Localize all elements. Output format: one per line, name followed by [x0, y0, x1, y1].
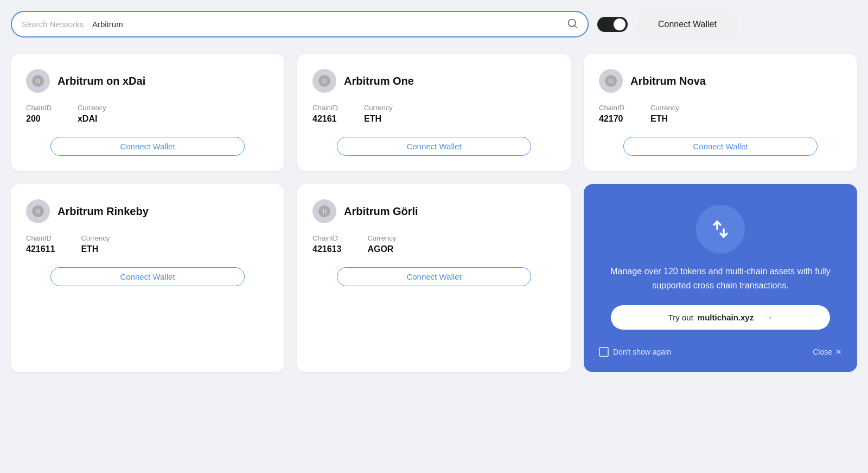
promo-cta-prefix: Try out [668, 313, 693, 322]
currency-label: Currency [78, 104, 106, 112]
currency-value: ETH [81, 244, 110, 254]
currency-label: Currency [650, 104, 679, 112]
chain-id-group: ChainID 200 [26, 104, 52, 124]
dark-mode-toggle[interactable] [597, 17, 628, 32]
chain-id-label: ChainID [312, 234, 341, 242]
currency-label: Currency [367, 234, 396, 242]
close-icon: ✕ [835, 348, 842, 356]
network-icon-arbitrum-rinkeby [26, 199, 50, 223]
dont-show-again[interactable]: Don't show again [599, 347, 671, 357]
currency-group: Currency ETH [81, 234, 110, 254]
network-icon-arbitrum-xdai [26, 69, 50, 93]
currency-value: xDAI [78, 114, 106, 124]
chain-id-label: ChainID [599, 104, 624, 112]
currency-group: Currency xDAI [78, 104, 106, 124]
currency-value: ETH [650, 114, 679, 124]
currency-group: Currency AGOR [367, 234, 396, 254]
network-card-arbitrum-gorli: Arbitrum Görli ChainID 421613 Currency A… [297, 184, 571, 372]
chain-id-value: 42161 [312, 114, 338, 124]
card-header: Arbitrum Nova [599, 69, 842, 93]
card-header: Arbitrum One [312, 69, 556, 93]
chain-id-value: 421613 [312, 244, 341, 254]
card-details: ChainID 42170 Currency ETH [599, 104, 842, 124]
currency-label: Currency [81, 234, 110, 242]
network-name-arbitrum-nova: Arbitrum Nova [630, 75, 706, 87]
promo-card: Manage over 120 tokens and multi-chain a… [584, 184, 857, 372]
chain-id-group: ChainID 42161 [312, 104, 338, 124]
promo-footer: Don't show again Close ✕ [599, 347, 842, 357]
connect-wallet-header-button[interactable]: Connect Wallet [636, 12, 738, 37]
chain-id-label: ChainID [26, 104, 52, 112]
chain-id-label: ChainID [26, 234, 55, 242]
network-card-arbitrum-nova: Arbitrum Nova ChainID 42170 Currency ETH… [584, 54, 857, 171]
theme-toggle[interactable] [597, 17, 628, 32]
connect-wallet-button-arbitrum-nova[interactable]: Connect Wallet [623, 137, 818, 156]
chain-id-group: ChainID 421613 [312, 234, 341, 254]
currency-value: AGOR [367, 244, 396, 254]
network-card-arbitrum-one: Arbitrum One ChainID 42161 Currency ETH … [297, 54, 571, 171]
network-name-arbitrum-one: Arbitrum One [344, 75, 414, 87]
card-details: ChainID 200 Currency xDAI [26, 104, 269, 124]
dont-show-label: Don't show again [613, 348, 671, 356]
search-input[interactable] [12, 12, 588, 36]
network-icon-arbitrum-gorli [312, 199, 336, 223]
search-wrapper: Search Networks [11, 11, 589, 37]
networks-grid: Arbitrum on xDai ChainID 200 Currency xD… [11, 54, 857, 372]
card-header: Arbitrum Görli [312, 199, 556, 223]
chain-id-label: ChainID [312, 104, 338, 112]
network-name-arbitrum-rinkeby: Arbitrum Rinkeby [58, 205, 149, 218]
promo-close-button[interactable]: Close ✕ [813, 348, 842, 356]
toggle-knob [614, 18, 626, 30]
network-name-arbitrum-gorli: Arbitrum Görli [344, 205, 418, 218]
header: Search Networks Connect Wallet [11, 11, 857, 37]
card-header: Arbitrum on xDai [26, 69, 269, 93]
chain-id-value: 42170 [599, 114, 624, 124]
search-container: Search Networks [11, 11, 589, 37]
chain-id-group: ChainID 421611 [26, 234, 55, 254]
card-header: Arbitrum Rinkeby [26, 199, 269, 223]
currency-group: Currency ETH [364, 104, 393, 124]
promo-description: Manage over 120 tokens and multi-chain a… [599, 264, 842, 292]
currency-value: ETH [364, 114, 393, 124]
connect-wallet-button-arbitrum-gorli[interactable]: Connect Wallet [337, 267, 531, 286]
chain-id-group: ChainID 42170 [599, 104, 624, 124]
connect-wallet-button-arbitrum-one[interactable]: Connect Wallet [337, 137, 531, 156]
card-details: ChainID 421613 Currency AGOR [312, 234, 556, 254]
network-icon-arbitrum-one [312, 69, 336, 93]
card-details: ChainID 42161 Currency ETH [312, 104, 556, 124]
search-icon [567, 18, 578, 31]
card-details: ChainID 421611 Currency ETH [26, 234, 269, 254]
network-name-arbitrum-xdai: Arbitrum on xDai [58, 75, 145, 87]
network-card-arbitrum-xdai: Arbitrum on xDai ChainID 200 Currency xD… [11, 54, 284, 171]
chain-id-value: 421611 [26, 244, 55, 254]
promo-cta-site: multichain.xyz [698, 313, 754, 322]
currency-label: Currency [364, 104, 393, 112]
connect-wallet-button-arbitrum-xdai[interactable]: Connect Wallet [50, 137, 245, 156]
network-card-arbitrum-rinkeby: Arbitrum Rinkeby ChainID 421611 Currency… [11, 184, 284, 372]
promo-cta-arrow: → [764, 313, 773, 322]
close-label: Close [813, 348, 832, 356]
currency-group: Currency ETH [650, 104, 679, 124]
promo-cta-button[interactable]: Try out multichain.xyz → [611, 305, 829, 330]
promo-icon [696, 205, 745, 254]
svg-line-1 [575, 25, 577, 27]
network-icon-arbitrum-nova [599, 69, 623, 93]
chain-id-value: 200 [26, 114, 52, 124]
dont-show-checkbox[interactable] [599, 347, 609, 357]
connect-wallet-button-arbitrum-rinkeby[interactable]: Connect Wallet [50, 267, 245, 286]
